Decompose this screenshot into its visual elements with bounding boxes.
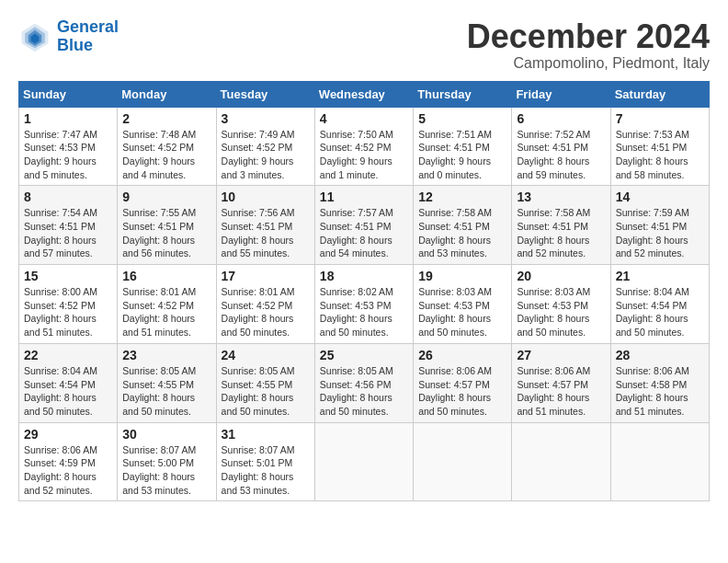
calendar-cell: 10Sunrise: 7:56 AMSunset: 4:51 PMDayligh… <box>216 186 314 265</box>
calendar-week-row: 8Sunrise: 7:54 AMSunset: 4:51 PMDaylight… <box>19 186 710 265</box>
calendar-cell: 8Sunrise: 7:54 AMSunset: 4:51 PMDaylight… <box>19 186 118 265</box>
day-info: Sunrise: 7:57 AMSunset: 4:51 PMDaylight:… <box>320 206 408 260</box>
calendar-cell: 20Sunrise: 8:03 AMSunset: 4:53 PMDayligh… <box>512 265 610 344</box>
calendar-cell: 4Sunrise: 7:50 AMSunset: 4:52 PMDaylight… <box>314 107 413 186</box>
calendar-table: SundayMondayTuesdayWednesdayThursdayFrid… <box>18 81 710 502</box>
day-number: 30 <box>122 427 210 442</box>
day-info: Sunrise: 7:54 AMSunset: 4:51 PMDaylight:… <box>24 206 112 260</box>
day-header-wednesday: Wednesday <box>314 81 413 107</box>
day-header-saturday: Saturday <box>610 81 709 107</box>
calendar-cell: 31Sunrise: 8:07 AMSunset: 5:01 PMDayligh… <box>216 422 314 501</box>
day-number: 4 <box>320 111 408 126</box>
day-number: 9 <box>122 190 210 204</box>
day-number: 15 <box>24 269 112 283</box>
day-info: Sunrise: 8:00 AMSunset: 4:52 PMDaylight:… <box>24 285 112 339</box>
calendar-cell: 11Sunrise: 7:57 AMSunset: 4:51 PMDayligh… <box>314 186 413 265</box>
logo-blue: Blue <box>57 36 93 54</box>
calendar-cell <box>414 422 512 501</box>
day-number: 18 <box>320 269 408 283</box>
day-number: 24 <box>222 348 310 362</box>
logo: General Blue <box>18 18 119 55</box>
calendar-week-row: 15Sunrise: 8:00 AMSunset: 4:52 PMDayligh… <box>19 265 710 344</box>
day-info: Sunrise: 7:58 AMSunset: 4:51 PMDaylight:… <box>418 206 506 260</box>
day-info: Sunrise: 8:04 AMSunset: 4:54 PMDaylight:… <box>616 285 704 339</box>
calendar-cell <box>512 422 610 501</box>
day-info: Sunrise: 8:01 AMSunset: 4:52 PMDaylight:… <box>122 285 210 339</box>
calendar-week-row: 22Sunrise: 8:04 AMSunset: 4:54 PMDayligh… <box>19 343 710 422</box>
day-info: Sunrise: 8:06 AMSunset: 4:58 PMDaylight:… <box>616 364 704 419</box>
calendar-cell: 17Sunrise: 8:01 AMSunset: 4:52 PMDayligh… <box>216 265 314 344</box>
day-info: Sunrise: 7:49 AMSunset: 4:52 PMDaylight:… <box>222 128 310 182</box>
calendar-cell: 2Sunrise: 7:48 AMSunset: 4:52 PMDaylight… <box>118 107 216 186</box>
day-info: Sunrise: 7:50 AMSunset: 4:52 PMDaylight:… <box>320 128 408 182</box>
day-info: Sunrise: 7:53 AMSunset: 4:51 PMDaylight:… <box>616 128 704 182</box>
day-info: Sunrise: 8:05 AMSunset: 4:55 PMDaylight:… <box>122 364 210 419</box>
day-number: 2 <box>122 111 210 126</box>
calendar-cell: 15Sunrise: 8:00 AMSunset: 4:52 PMDayligh… <box>19 265 118 344</box>
day-number: 26 <box>418 348 506 362</box>
logo-text: General Blue <box>57 18 119 55</box>
day-header-monday: Monday <box>118 81 216 107</box>
day-number: 11 <box>320 190 408 204</box>
day-header-tuesday: Tuesday <box>216 81 314 107</box>
calendar-cell: 19Sunrise: 8:03 AMSunset: 4:53 PMDayligh… <box>414 265 512 344</box>
day-number: 8 <box>24 190 112 204</box>
day-info: Sunrise: 8:03 AMSunset: 4:53 PMDaylight:… <box>517 285 605 339</box>
calendar-cell: 14Sunrise: 7:59 AMSunset: 4:51 PMDayligh… <box>610 186 709 265</box>
day-number: 23 <box>122 348 210 362</box>
header: General Blue December 2024 Campomolino, … <box>18 18 710 72</box>
day-info: Sunrise: 8:03 AMSunset: 4:53 PMDaylight:… <box>418 285 506 339</box>
calendar-cell: 16Sunrise: 8:01 AMSunset: 4:52 PMDayligh… <box>118 265 216 344</box>
calendar-cell: 21Sunrise: 8:04 AMSunset: 4:54 PMDayligh… <box>610 265 709 344</box>
day-number: 1 <box>24 111 112 126</box>
title-area: December 2024 Campomolino, Piedmont, Ita… <box>467 18 710 72</box>
day-info: Sunrise: 7:56 AMSunset: 4:51 PMDaylight:… <box>222 206 310 260</box>
calendar-cell: 29Sunrise: 8:06 AMSunset: 4:59 PMDayligh… <box>19 422 118 501</box>
calendar-cell: 27Sunrise: 8:06 AMSunset: 4:57 PMDayligh… <box>512 343 610 422</box>
day-info: Sunrise: 7:51 AMSunset: 4:51 PMDaylight:… <box>418 128 506 182</box>
day-info: Sunrise: 8:06 AMSunset: 4:59 PMDaylight:… <box>24 443 112 498</box>
calendar-cell <box>610 422 709 501</box>
day-number: 3 <box>222 111 310 126</box>
day-header-sunday: Sunday <box>19 81 118 107</box>
day-number: 27 <box>517 348 605 362</box>
day-number: 22 <box>24 348 112 362</box>
calendar-cell: 5Sunrise: 7:51 AMSunset: 4:51 PMDaylight… <box>414 107 512 186</box>
day-number: 19 <box>418 269 506 283</box>
calendar-cell: 25Sunrise: 8:05 AMSunset: 4:56 PMDayligh… <box>314 343 413 422</box>
day-number: 7 <box>616 111 704 126</box>
day-info: Sunrise: 8:05 AMSunset: 4:56 PMDaylight:… <box>320 364 408 419</box>
month-title: December 2024 <box>467 18 710 55</box>
day-number: 14 <box>616 190 704 204</box>
calendar-cell: 28Sunrise: 8:06 AMSunset: 4:58 PMDayligh… <box>610 343 709 422</box>
day-number: 31 <box>222 427 310 442</box>
calendar-cell: 30Sunrise: 8:07 AMSunset: 5:00 PMDayligh… <box>118 422 216 501</box>
day-header-friday: Friday <box>512 81 610 107</box>
calendar-cell: 18Sunrise: 8:02 AMSunset: 4:53 PMDayligh… <box>314 265 413 344</box>
day-number: 28 <box>616 348 704 362</box>
calendar-cell: 3Sunrise: 7:49 AMSunset: 4:52 PMDaylight… <box>216 107 314 186</box>
day-info: Sunrise: 8:07 AMSunset: 5:00 PMDaylight:… <box>122 443 210 498</box>
day-header-thursday: Thursday <box>414 81 512 107</box>
day-info: Sunrise: 7:55 AMSunset: 4:51 PMDaylight:… <box>122 206 210 260</box>
logo-icon <box>18 20 51 53</box>
day-info: Sunrise: 7:47 AMSunset: 4:53 PMDaylight:… <box>24 128 112 182</box>
day-number: 6 <box>517 111 605 126</box>
day-info: Sunrise: 8:02 AMSunset: 4:53 PMDaylight:… <box>320 285 408 339</box>
calendar-cell: 13Sunrise: 7:58 AMSunset: 4:51 PMDayligh… <box>512 186 610 265</box>
calendar-header-row: SundayMondayTuesdayWednesdayThursdayFrid… <box>19 81 710 107</box>
day-info: Sunrise: 8:07 AMSunset: 5:01 PMDaylight:… <box>222 443 310 498</box>
calendar-cell: 26Sunrise: 8:06 AMSunset: 4:57 PMDayligh… <box>414 343 512 422</box>
calendar-cell: 7Sunrise: 7:53 AMSunset: 4:51 PMDaylight… <box>610 107 709 186</box>
day-info: Sunrise: 8:04 AMSunset: 4:54 PMDaylight:… <box>24 364 112 419</box>
day-number: 21 <box>616 269 704 283</box>
day-info: Sunrise: 8:06 AMSunset: 4:57 PMDaylight:… <box>418 364 506 419</box>
day-number: 17 <box>222 269 310 283</box>
day-number: 25 <box>320 348 408 362</box>
day-number: 5 <box>418 111 506 126</box>
day-info: Sunrise: 7:48 AMSunset: 4:52 PMDaylight:… <box>122 128 210 182</box>
day-number: 10 <box>222 190 310 204</box>
day-info: Sunrise: 8:05 AMSunset: 4:55 PMDaylight:… <box>222 364 310 419</box>
calendar-week-row: 1Sunrise: 7:47 AMSunset: 4:53 PMDaylight… <box>19 107 710 186</box>
calendar-week-row: 29Sunrise: 8:06 AMSunset: 4:59 PMDayligh… <box>19 422 710 501</box>
